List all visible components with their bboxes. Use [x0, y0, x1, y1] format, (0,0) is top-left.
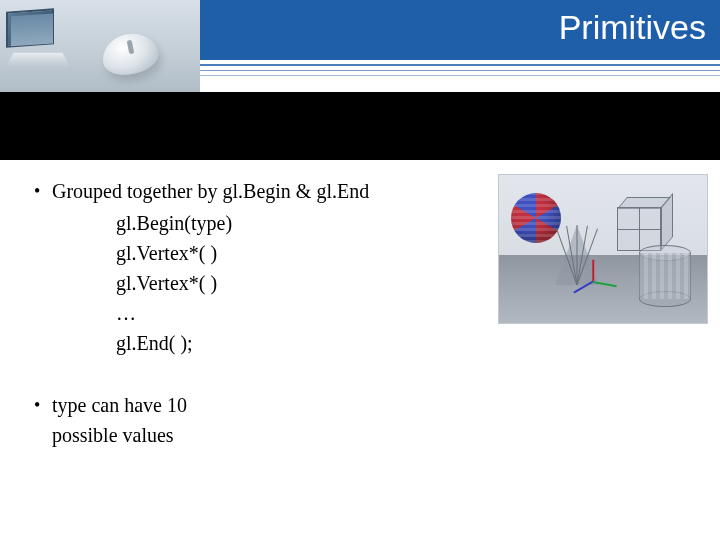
bullet-continuation: possible values	[52, 420, 700, 450]
slide-title: Primitives	[559, 8, 706, 47]
mouse-icon	[92, 30, 172, 80]
cylinder-icon	[639, 245, 691, 307]
cube-icon	[617, 197, 671, 251]
bullet-text: type can have 10	[52, 394, 187, 416]
header-photo	[0, 0, 200, 92]
square-bullet-list: Primitives: Points, Lines & Polygons Eac…	[28, 98, 700, 158]
dot-bullet-list: type can have 10 possible values	[28, 390, 700, 450]
header-rule-lines	[200, 58, 720, 80]
sphere-icon	[511, 193, 561, 243]
laptop-icon	[6, 10, 86, 70]
title-bar: Primitives	[200, 0, 720, 58]
bullet-item: type can have 10 possible values	[28, 390, 700, 450]
slide-header: Primitives	[0, 0, 720, 92]
bullet-item: Each object is specified by a set Vertic…	[28, 128, 700, 158]
primitives-3d-illustration	[498, 174, 708, 324]
xyz-axes-icon	[593, 261, 633, 301]
bullet-text: Grouped together by gl.Begin & gl.End	[52, 180, 369, 202]
bullet-item: Primitives: Points, Lines & Polygons	[28, 98, 700, 128]
code-line: gl.End( );	[116, 328, 700, 358]
